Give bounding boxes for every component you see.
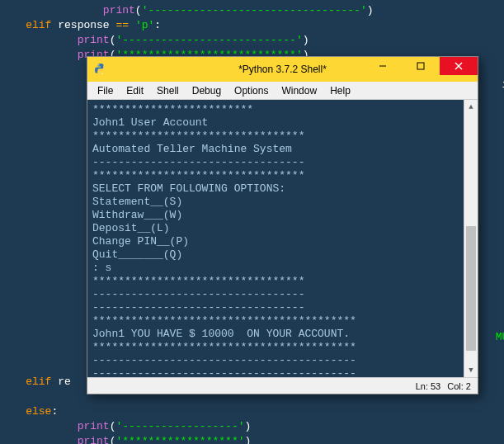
svg-point-1 xyxy=(101,73,102,74)
scroll-track[interactable] xyxy=(464,114,478,363)
menu-window[interactable]: Window xyxy=(275,83,323,98)
menu-help[interactable]: Help xyxy=(323,83,357,98)
column-indicator: Col: 2 xyxy=(447,381,471,391)
scroll-thumb[interactable] xyxy=(466,226,476,351)
line-indicator: Ln: 53 xyxy=(416,381,441,391)
scroll-down-icon[interactable]: ▼ xyxy=(464,363,478,377)
close-button[interactable] xyxy=(440,57,478,75)
maximize-button[interactable] xyxy=(402,57,440,75)
python-icon xyxy=(94,63,107,76)
minimize-button[interactable] xyxy=(364,57,402,75)
svg-rect-3 xyxy=(417,63,424,69)
shell-output[interactable]: ************************* John1 User Acc… xyxy=(87,100,464,377)
statusbar: Ln: 53 Col: 2 xyxy=(87,377,478,394)
menubar: FileEditShellDebugOptionsWindowHelp xyxy=(87,82,478,100)
menu-shell[interactable]: Shell xyxy=(150,83,186,98)
menu-debug[interactable]: Debug xyxy=(186,83,228,98)
scrollbar[interactable]: ▲ ▼ xyxy=(464,100,478,377)
titlebar[interactable]: *Python 3.7.2 Shell* xyxy=(87,57,478,82)
menu-edit[interactable]: Edit xyxy=(120,83,150,98)
menu-options[interactable]: Options xyxy=(228,83,275,98)
menu-file[interactable]: File xyxy=(91,83,120,98)
svg-point-0 xyxy=(98,64,99,65)
python-shell-window: *Python 3.7.2 Shell* FileEditShellDebugO… xyxy=(87,56,478,394)
scroll-up-icon[interactable]: ▲ xyxy=(464,100,478,114)
